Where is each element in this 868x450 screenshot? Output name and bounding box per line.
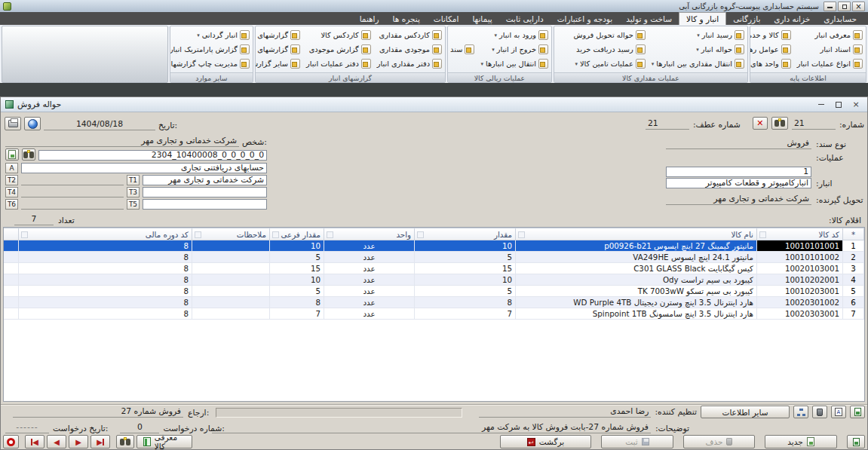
ribbon-item[interactable]: مدیریت چاپ گزارشها [170,57,250,70]
cell-code[interactable]: 10010203001 [757,286,843,297]
export-button[interactable] [850,406,865,418]
cell-code[interactable]: 10020103001 [757,263,843,274]
save-button[interactable]: ثبت [601,435,673,448]
cell-sub[interactable]: 5 [270,252,324,263]
cell-fill[interactable] [3,263,19,274]
search-number-button[interactable] [771,117,788,130]
cell-unit[interactable]: عدد [324,240,415,252]
menu-tab-10[interactable]: راهنما [353,12,386,25]
cell-qty[interactable]: 10 [415,274,516,286]
column-header-fill[interactable] [3,228,19,240]
detail-field-t2[interactable] [21,174,124,185]
account-level-box[interactable]: A [5,163,18,173]
close-button[interactable]: × [852,2,865,11]
ribbon-item[interactable]: گزارشهای مقداری انبار▾ [255,29,300,41]
cell-period[interactable]: 8 [19,263,192,274]
column-header-notes[interactable]: ملاحظات [192,228,270,240]
column-header-sub[interactable]: مقدار فرعی [270,228,324,240]
ribbon-item[interactable]: سند تعدیل [447,43,474,56]
column-header-unit[interactable]: واحد [324,228,415,240]
ribbon-item[interactable]: انتقال بین انبارها▾ [480,57,548,70]
ref-number-field[interactable]: 21 [646,118,689,130]
table-row[interactable]: 410010202001کیبورد بی سیم تراست Ody10عدد… [3,274,864,286]
cell-notes[interactable] [192,297,270,308]
cell-qty[interactable]: 15 [415,263,516,274]
ribbon-item[interactable]: حواله انبار▾ [652,43,744,56]
table-row[interactable]: 610020301002هارد اینترنال 3.5 اینچ وسترن… [3,297,864,308]
cell-qty[interactable]: 8 [415,297,516,308]
ribbon-item[interactable]: انواع عملیات انبار [797,57,863,70]
restore-button[interactable] [838,2,851,11]
intro-item-button[interactable]: معرفی کالا [136,435,192,448]
column-header-code[interactable]: کد کالا [757,228,843,240]
cell-sub[interactable]: 5 [270,286,324,297]
cell-notes[interactable] [192,274,270,286]
cell-unit[interactable]: عدد [324,263,415,274]
cell-fill[interactable] [3,240,19,252]
cell-num[interactable]: 2 [843,252,864,263]
minimize-button[interactable] [824,2,836,11]
new-button[interactable]: جدید [765,435,837,448]
cell-name[interactable]: مانیتور گیمینگ 27 اینچ ایسوس p00926-b21 [516,240,757,252]
detail-field-t4[interactable] [21,186,124,197]
ribbon-item[interactable]: حواله تحویل فروش [573,29,645,41]
cell-notes[interactable] [192,263,270,274]
number-field[interactable]: 21 [792,118,836,130]
account-doc-button[interactable] [5,148,19,161]
ribbon-item[interactable]: رسید دریافت خرید [573,43,645,56]
stop-button[interactable] [3,435,19,448]
ribbon-item[interactable]: رسید انبار▾ [652,29,744,41]
cell-num[interactable]: 1 [843,240,864,252]
back-button[interactable]: برگشت ↩ [500,435,591,448]
cell-period[interactable]: 8 [19,252,192,263]
detail-box-t5[interactable]: T5 [127,199,140,210]
cell-fill[interactable] [3,252,19,263]
cell-name[interactable]: هارد اینترنال 3.5 اینچ سامسونگ Spinpoint… [516,308,757,320]
cell-num[interactable]: 6 [843,297,864,308]
cell-fill[interactable] [3,274,19,286]
table-row[interactable]: 510010203001کیبورد بی سیم تسکو TK 7003wW… [3,286,864,297]
dialog-maximize-icon[interactable] [832,99,845,110]
cell-notes[interactable] [192,308,270,320]
cell-qty[interactable]: 5 [415,252,516,263]
column-header-period[interactable]: کد دوره مالی [19,228,192,240]
ribbon-item[interactable]: گزارش پارامتریک انبار [170,43,250,56]
cell-period[interactable]: 8 [19,240,192,252]
table-row[interactable]: 710020303001هارد اینترنال 3.5 اینچ سامسو… [3,308,864,320]
detail-box-t3[interactable]: T3 [127,187,140,197]
date-field[interactable]: 1404/08/18 [44,119,155,130]
cell-name[interactable]: مانیتور 24.1 اینچ ایسوس VA249HE [516,252,757,263]
nav-last-button[interactable]: ▶ [90,435,110,448]
menu-tab-7[interactable]: پیمانها [465,12,498,25]
menu-tab-9[interactable]: پنجره ها [386,12,427,25]
cell-unit[interactable]: عدد [324,252,415,263]
ribbon-item[interactable]: عملیات تامین کالا▾ [573,57,645,70]
detail-field-t3[interactable] [143,187,267,197]
ribbon-item[interactable]: کاردکس کالا [306,29,371,41]
ribbon-item[interactable]: گزارش موجودی [306,43,371,56]
cell-notes[interactable] [192,252,270,263]
clear-number-button[interactable]: ✕ [753,117,768,130]
ribbon-item[interactable]: خروج از انبار▾ [480,43,548,56]
cell-num[interactable]: 7 [843,308,864,320]
warehouse-name-field[interactable]: انبارکامپیوتر و قطعات کامپیوتر [666,178,811,188]
cell-unit[interactable]: عدد [324,274,415,286]
cell-period[interactable]: 8 [19,286,192,297]
cell-name[interactable]: هارد اینترنال 3.5 اینچ وسترن دیجیتال WD … [516,297,757,308]
cell-code[interactable]: 10010101001 [757,240,843,252]
ribbon-item[interactable]: واحد های شمارش [750,57,791,70]
ribbon-item[interactable]: گزارشهای ریالی انبار▾ [255,43,300,56]
cell-period[interactable]: 8 [19,274,192,286]
ribbon-item[interactable]: عوامل رهگیری [750,43,791,56]
preview-button[interactable]: A [831,406,846,418]
cell-num[interactable]: 5 [843,286,864,297]
cell-unit[interactable]: عدد [324,297,415,308]
menu-tab-5[interactable]: بودجه و اعتبارات [551,12,619,25]
reference-field[interactable]: فروش شماره 27 [13,406,183,418]
ribbon-item[interactable]: انبار گردانی▾ [170,29,250,41]
menu-tab-4[interactable]: ساخت و تولید [619,12,679,25]
doc-type-field[interactable]: فروش [666,138,811,149]
cell-qty[interactable]: 7 [415,308,516,320]
person-field[interactable]: شرکت خدماتی و تجاری مهر [5,136,239,147]
table-row[interactable]: 310020103001کیس گیگابایت C301 GLASS Blac… [3,263,864,274]
